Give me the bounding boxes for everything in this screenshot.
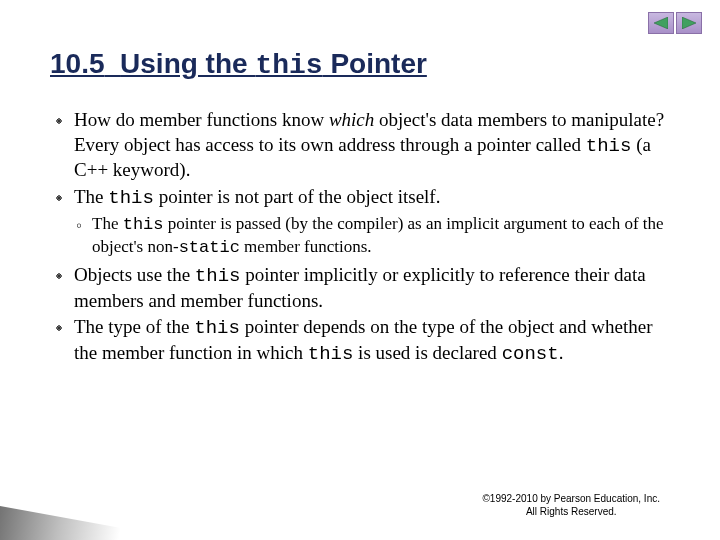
text-segment: How do member functions know <box>74 109 329 130</box>
sub-bullet-body: The this pointer is passed (by the compi… <box>92 213 676 259</box>
text-segment: this <box>108 187 154 209</box>
text-segment: this <box>123 215 164 234</box>
text-segment: pointer is not part of the object itself… <box>154 186 441 207</box>
title-section-number: 10.5 <box>50 48 105 79</box>
nav-buttons <box>648 12 702 34</box>
text-segment: Objects use the <box>74 264 195 285</box>
bullet-item: The this pointer is not part of the obje… <box>54 185 676 211</box>
bullet-marker-icon <box>54 108 74 183</box>
bullet-item: How do member functions know which objec… <box>54 108 676 183</box>
copyright-line2: All Rights Reserved. <box>526 506 617 517</box>
title-pre: Using the <box>120 48 255 79</box>
bullet-marker-icon <box>54 185 74 211</box>
text-segment: this <box>586 135 632 157</box>
bullet-item: Objects use the this pointer implicitly … <box>54 263 676 313</box>
bullet-marker-icon <box>54 315 74 366</box>
text-segment: this <box>194 317 240 339</box>
corner-shadow <box>0 506 150 540</box>
text-segment: is used is declared <box>353 342 501 363</box>
bullet-marker-icon <box>54 263 74 313</box>
title-post: Pointer <box>323 48 427 79</box>
text-segment: The <box>92 214 123 233</box>
text-segment: The <box>74 186 108 207</box>
text-segment: member functions. <box>240 237 372 256</box>
slide-content: How do member functions know which objec… <box>54 108 676 369</box>
bullet-body: The this pointer is not part of the obje… <box>74 185 676 211</box>
text-segment: const <box>502 343 559 365</box>
slide-title: 10.5 Using the this Pointer <box>50 48 427 81</box>
bullet-body: The type of the this pointer depends on … <box>74 315 676 366</box>
triangle-right-icon <box>682 17 696 29</box>
copyright: ©1992-2010 by Pearson Education, Inc. Al… <box>483 492 661 518</box>
triangle-left-icon <box>654 17 668 29</box>
text-segment: static <box>179 238 240 257</box>
text-segment: this <box>195 265 241 287</box>
text-segment: this <box>308 343 354 365</box>
copyright-line1: ©1992-2010 by Pearson Education, Inc. <box>483 493 661 504</box>
title-code: this <box>255 50 322 81</box>
bullet-body: How do member functions know which objec… <box>74 108 676 183</box>
text-segment: . <box>559 342 564 363</box>
svg-marker-1 <box>682 17 696 29</box>
text-segment: The type of the <box>74 316 194 337</box>
bullet-body: Objects use the this pointer implicitly … <box>74 263 676 313</box>
sub-bullet-item: ◦The this pointer is passed (by the comp… <box>76 213 676 259</box>
svg-marker-0 <box>654 17 668 29</box>
text-segment: which <box>329 109 374 130</box>
bullet-item: The type of the this pointer depends on … <box>54 315 676 366</box>
prev-slide-button[interactable] <box>648 12 674 34</box>
sub-bullet-marker-icon: ◦ <box>76 213 92 259</box>
next-slide-button[interactable] <box>676 12 702 34</box>
